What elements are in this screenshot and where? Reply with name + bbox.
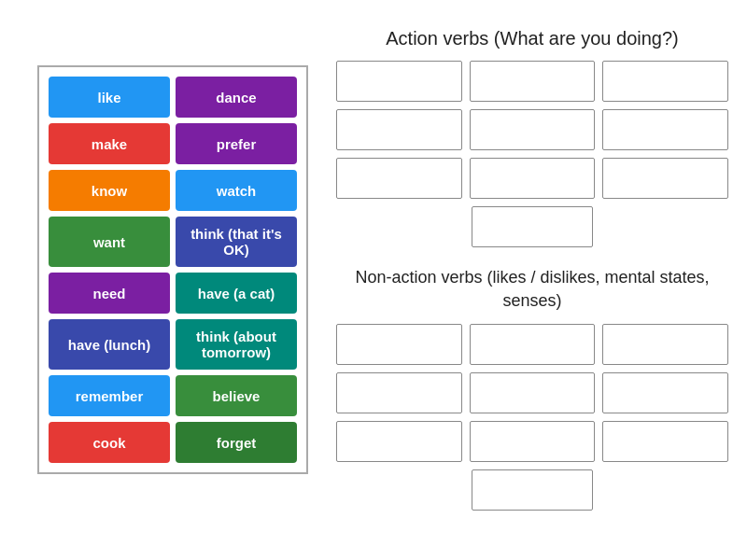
verb-dance[interactable]: dance xyxy=(176,77,297,118)
non-action-drop-6[interactable] xyxy=(602,372,728,413)
non-action-row-2 xyxy=(336,372,728,413)
non-action-drop-2[interactable] xyxy=(470,324,596,365)
non-action-drop-4[interactable] xyxy=(336,372,462,413)
non-action-drop-9[interactable] xyxy=(602,421,728,462)
verb-make[interactable]: make xyxy=(49,123,170,164)
right-panel: Action verbs (What are you doing?) Non-a… xyxy=(336,28,728,518)
action-drop-9[interactable] xyxy=(602,158,728,199)
action-drop-10[interactable] xyxy=(472,206,593,247)
action-drop-4[interactable] xyxy=(336,109,462,150)
verb-need[interactable]: need xyxy=(49,273,170,314)
non-action-drop-10[interactable] xyxy=(472,469,593,511)
non-action-title: Non-action verbs (likes / dislikes, ment… xyxy=(336,266,728,313)
action-drop-5[interactable] xyxy=(470,109,596,150)
action-drop-3[interactable] xyxy=(602,61,728,102)
non-action-drop-8[interactable] xyxy=(470,421,596,462)
action-row-2 xyxy=(336,109,728,150)
verb-like[interactable]: like xyxy=(49,77,170,118)
verb-have-lunch[interactable]: have (lunch) xyxy=(49,319,170,370)
verb-believe[interactable]: believe xyxy=(176,375,297,416)
non-action-drop-5[interactable] xyxy=(470,372,596,413)
non-action-section: Non-action verbs (likes / dislikes, ment… xyxy=(336,266,728,511)
action-row-3 xyxy=(336,158,728,199)
verb-want[interactable]: want xyxy=(49,217,170,267)
action-row-1 xyxy=(336,61,728,102)
verb-think-that[interactable]: think (that it's OK) xyxy=(176,217,297,267)
action-drop-8[interactable] xyxy=(470,158,596,199)
non-action-row-3 xyxy=(336,421,728,462)
non-action-drop-3[interactable] xyxy=(602,324,728,365)
action-title: Action verbs (What are you doing?) xyxy=(336,28,728,49)
verb-have-cat[interactable]: have (a cat) xyxy=(176,273,297,314)
action-drop-1[interactable] xyxy=(336,61,462,102)
action-section: Action verbs (What are you doing?) xyxy=(336,28,728,247)
verb-prefer[interactable]: prefer xyxy=(176,123,297,164)
non-action-row-1 xyxy=(336,324,728,365)
verb-remember[interactable]: remember xyxy=(49,375,170,416)
action-drop-2[interactable] xyxy=(470,61,596,102)
action-row-4 xyxy=(336,206,728,247)
non-action-drop-1[interactable] xyxy=(336,324,462,365)
verb-forget[interactable]: forget xyxy=(176,422,297,463)
non-action-drop-7[interactable] xyxy=(336,421,462,462)
verb-watch[interactable]: watch xyxy=(176,170,297,211)
non-action-row-4 xyxy=(336,469,728,511)
action-drop-6[interactable] xyxy=(602,109,728,150)
verb-bank: likedancemakepreferknowwatchwantthink (t… xyxy=(37,65,308,474)
verb-cook[interactable]: cook xyxy=(49,422,170,463)
action-drop-7[interactable] xyxy=(336,158,462,199)
verb-think-about[interactable]: think (about tomorrow) xyxy=(176,319,297,370)
verb-know[interactable]: know xyxy=(49,170,170,211)
